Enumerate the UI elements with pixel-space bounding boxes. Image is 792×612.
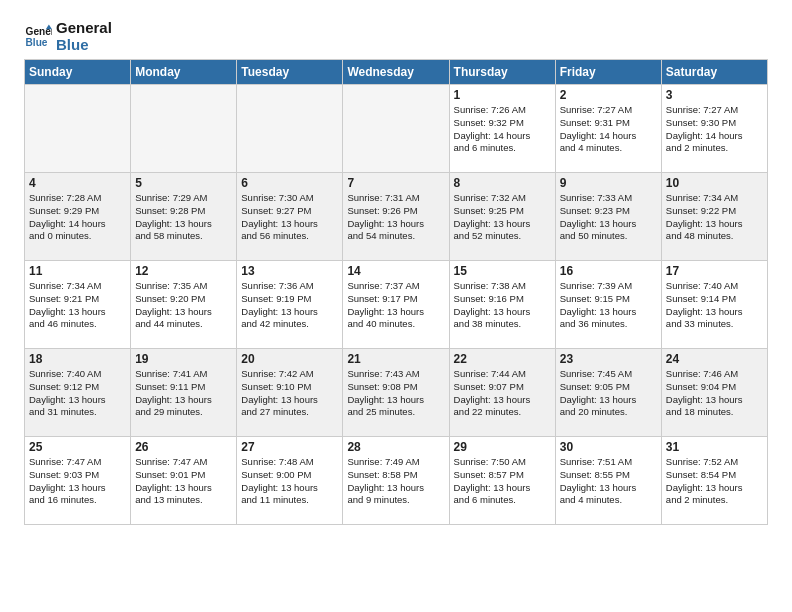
calendar-cell: 21Sunrise: 7:43 AM Sunset: 9:08 PM Dayli… [343,349,449,437]
svg-text:Blue: Blue [26,37,48,48]
calendar-cell: 4Sunrise: 7:28 AM Sunset: 9:29 PM Daylig… [25,173,131,261]
day-info: Sunrise: 7:44 AM Sunset: 9:07 PM Dayligh… [454,368,551,419]
day-number: 28 [347,440,444,454]
header-day-tuesday: Tuesday [237,60,343,85]
calendar-cell: 22Sunrise: 7:44 AM Sunset: 9:07 PM Dayli… [449,349,555,437]
day-info: Sunrise: 7:45 AM Sunset: 9:05 PM Dayligh… [560,368,657,419]
day-number: 9 [560,176,657,190]
week-row-4: 18Sunrise: 7:40 AM Sunset: 9:12 PM Dayli… [25,349,768,437]
day-info: Sunrise: 7:51 AM Sunset: 8:55 PM Dayligh… [560,456,657,507]
day-number: 6 [241,176,338,190]
day-number: 11 [29,264,126,278]
day-info: Sunrise: 7:39 AM Sunset: 9:15 PM Dayligh… [560,280,657,331]
header-day-wednesday: Wednesday [343,60,449,85]
calendar-cell: 3Sunrise: 7:27 AM Sunset: 9:30 PM Daylig… [661,85,767,173]
calendar-cell: 6Sunrise: 7:30 AM Sunset: 9:27 PM Daylig… [237,173,343,261]
day-info: Sunrise: 7:41 AM Sunset: 9:11 PM Dayligh… [135,368,232,419]
calendar-cell: 19Sunrise: 7:41 AM Sunset: 9:11 PM Dayli… [131,349,237,437]
calendar-cell [131,85,237,173]
day-number: 5 [135,176,232,190]
day-number: 26 [135,440,232,454]
calendar-cell: 20Sunrise: 7:42 AM Sunset: 9:10 PM Dayli… [237,349,343,437]
calendar-cell [343,85,449,173]
day-number: 21 [347,352,444,366]
day-number: 30 [560,440,657,454]
calendar-cell: 1Sunrise: 7:26 AM Sunset: 9:32 PM Daylig… [449,85,555,173]
day-info: Sunrise: 7:47 AM Sunset: 9:03 PM Dayligh… [29,456,126,507]
day-number: 31 [666,440,763,454]
calendar-cell: 24Sunrise: 7:46 AM Sunset: 9:04 PM Dayli… [661,349,767,437]
week-row-1: 1Sunrise: 7:26 AM Sunset: 9:32 PM Daylig… [25,85,768,173]
week-row-5: 25Sunrise: 7:47 AM Sunset: 9:03 PM Dayli… [25,437,768,525]
day-info: Sunrise: 7:26 AM Sunset: 9:32 PM Dayligh… [454,104,551,155]
calendar-cell: 27Sunrise: 7:48 AM Sunset: 9:00 PM Dayli… [237,437,343,525]
day-info: Sunrise: 7:40 AM Sunset: 9:12 PM Dayligh… [29,368,126,419]
day-number: 13 [241,264,338,278]
day-number: 2 [560,88,657,102]
header-row: SundayMondayTuesdayWednesdayThursdayFrid… [25,60,768,85]
logo-icon: General Blue [24,23,52,51]
calendar-cell: 9Sunrise: 7:33 AM Sunset: 9:23 PM Daylig… [555,173,661,261]
day-number: 16 [560,264,657,278]
day-info: Sunrise: 7:35 AM Sunset: 9:20 PM Dayligh… [135,280,232,331]
calendar-cell: 15Sunrise: 7:38 AM Sunset: 9:16 PM Dayli… [449,261,555,349]
day-info: Sunrise: 7:47 AM Sunset: 9:01 PM Dayligh… [135,456,232,507]
day-number: 20 [241,352,338,366]
day-info: Sunrise: 7:40 AM Sunset: 9:14 PM Dayligh… [666,280,763,331]
day-info: Sunrise: 7:43 AM Sunset: 9:08 PM Dayligh… [347,368,444,419]
calendar-cell: 11Sunrise: 7:34 AM Sunset: 9:21 PM Dayli… [25,261,131,349]
calendar-cell: 8Sunrise: 7:32 AM Sunset: 9:25 PM Daylig… [449,173,555,261]
day-info: Sunrise: 7:42 AM Sunset: 9:10 PM Dayligh… [241,368,338,419]
day-number: 23 [560,352,657,366]
day-info: Sunrise: 7:27 AM Sunset: 9:30 PM Dayligh… [666,104,763,155]
calendar-cell: 13Sunrise: 7:36 AM Sunset: 9:19 PM Dayli… [237,261,343,349]
day-info: Sunrise: 7:33 AM Sunset: 9:23 PM Dayligh… [560,192,657,243]
calendar-cell: 30Sunrise: 7:51 AM Sunset: 8:55 PM Dayli… [555,437,661,525]
week-row-2: 4Sunrise: 7:28 AM Sunset: 9:29 PM Daylig… [25,173,768,261]
day-number: 19 [135,352,232,366]
day-info: Sunrise: 7:31 AM Sunset: 9:26 PM Dayligh… [347,192,444,243]
calendar-cell: 7Sunrise: 7:31 AM Sunset: 9:26 PM Daylig… [343,173,449,261]
calendar-cell: 23Sunrise: 7:45 AM Sunset: 9:05 PM Dayli… [555,349,661,437]
day-number: 22 [454,352,551,366]
header-day-sunday: Sunday [25,60,131,85]
day-info: Sunrise: 7:27 AM Sunset: 9:31 PM Dayligh… [560,104,657,155]
day-info: Sunrise: 7:37 AM Sunset: 9:17 PM Dayligh… [347,280,444,331]
calendar-cell: 31Sunrise: 7:52 AM Sunset: 8:54 PM Dayli… [661,437,767,525]
day-info: Sunrise: 7:52 AM Sunset: 8:54 PM Dayligh… [666,456,763,507]
day-info: Sunrise: 7:34 AM Sunset: 9:22 PM Dayligh… [666,192,763,243]
day-number: 7 [347,176,444,190]
calendar-cell: 25Sunrise: 7:47 AM Sunset: 9:03 PM Dayli… [25,437,131,525]
day-number: 29 [454,440,551,454]
week-row-3: 11Sunrise: 7:34 AM Sunset: 9:21 PM Dayli… [25,261,768,349]
calendar-cell: 10Sunrise: 7:34 AM Sunset: 9:22 PM Dayli… [661,173,767,261]
day-number: 24 [666,352,763,366]
calendar-cell: 29Sunrise: 7:50 AM Sunset: 8:57 PM Dayli… [449,437,555,525]
day-number: 4 [29,176,126,190]
day-number: 15 [454,264,551,278]
day-info: Sunrise: 7:46 AM Sunset: 9:04 PM Dayligh… [666,368,763,419]
day-number: 14 [347,264,444,278]
day-info: Sunrise: 7:34 AM Sunset: 9:21 PM Dayligh… [29,280,126,331]
calendar-cell: 17Sunrise: 7:40 AM Sunset: 9:14 PM Dayli… [661,261,767,349]
day-info: Sunrise: 7:50 AM Sunset: 8:57 PM Dayligh… [454,456,551,507]
header: General Blue GeneralBlue [24,20,768,53]
calendar-cell [237,85,343,173]
day-info: Sunrise: 7:29 AM Sunset: 9:28 PM Dayligh… [135,192,232,243]
logo-text: GeneralBlue [56,20,112,53]
day-info: Sunrise: 7:36 AM Sunset: 9:19 PM Dayligh… [241,280,338,331]
header-day-thursday: Thursday [449,60,555,85]
day-info: Sunrise: 7:38 AM Sunset: 9:16 PM Dayligh… [454,280,551,331]
calendar-cell: 12Sunrise: 7:35 AM Sunset: 9:20 PM Dayli… [131,261,237,349]
calendar-cell: 16Sunrise: 7:39 AM Sunset: 9:15 PM Dayli… [555,261,661,349]
day-number: 12 [135,264,232,278]
day-number: 3 [666,88,763,102]
header-day-friday: Friday [555,60,661,85]
day-info: Sunrise: 7:48 AM Sunset: 9:00 PM Dayligh… [241,456,338,507]
calendar-cell [25,85,131,173]
day-number: 18 [29,352,126,366]
calendar-table: SundayMondayTuesdayWednesdayThursdayFrid… [24,59,768,525]
day-info: Sunrise: 7:30 AM Sunset: 9:27 PM Dayligh… [241,192,338,243]
day-number: 1 [454,88,551,102]
header-day-saturday: Saturday [661,60,767,85]
